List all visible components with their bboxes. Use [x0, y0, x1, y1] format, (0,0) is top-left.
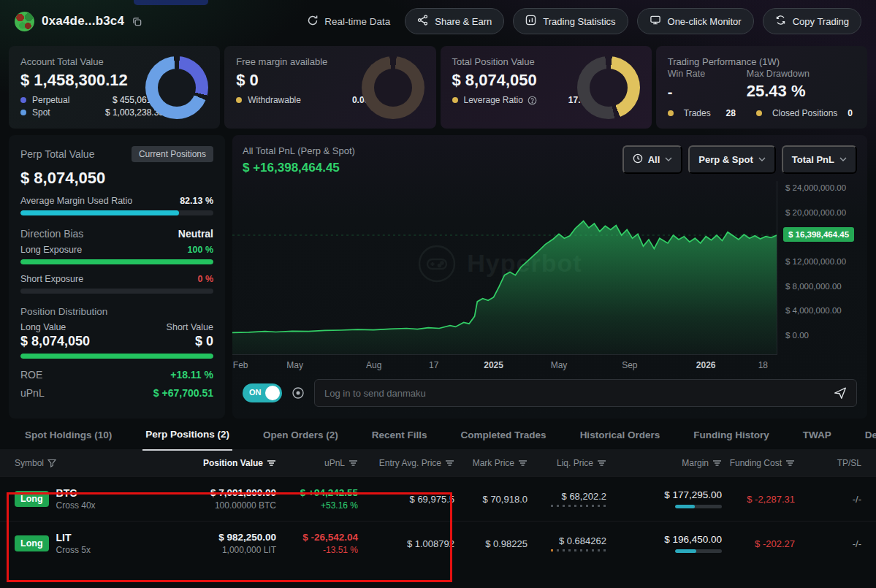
perp-total-value: $ 8,074,050 [20, 169, 213, 188]
liq-price-cell[interactable]: $ 0.684262 [527, 535, 606, 551]
y-axis-tick: $ 24,000,000.00 [785, 183, 846, 192]
trades-count: 28 [726, 108, 736, 118]
entry-price-cell: $ 69,975.5 [358, 494, 454, 505]
trading-dashboard: 0xa4de...b3c4 Real-time Data [0, 0, 876, 588]
wallet-avatar [15, 12, 34, 31]
margin-cell: $ 177,295.00 [606, 489, 722, 508]
tab-completed-trades[interactable]: Completed Trades [458, 429, 549, 450]
pnl-area-chart [232, 181, 777, 355]
one-click-monitor-button[interactable]: One-click Monitor [637, 8, 754, 34]
monitor-icon [650, 15, 661, 28]
send-icon[interactable] [833, 386, 848, 403]
top-bar-actions: Real-time Data Share & Earn [307, 8, 861, 34]
header-symbol[interactable]: Symbol [15, 458, 118, 468]
time-range-dropdown[interactable]: All [622, 145, 683, 174]
header-liq-price[interactable]: Liq. Price [527, 458, 606, 468]
long-exposure-bar [20, 259, 213, 264]
danmaku-input[interactable] [314, 379, 857, 407]
perp-summary-panel: Perp Total Value Current Positions $ 8,0… [9, 135, 225, 419]
header-upnl[interactable]: uPnL [276, 458, 358, 468]
closed-positions-dot [756, 110, 762, 116]
copy-trading-button[interactable]: Copy Trading [763, 8, 861, 34]
header-entry-price[interactable]: Entry Avg. Price [358, 458, 454, 468]
chart-y-axis: $ 24,000,000.00$ 20,000,000.00$ 12,000,0… [777, 181, 867, 355]
liq-price-cell[interactable]: $ 68,202.2 [527, 491, 606, 507]
short-value: $ 0 [195, 334, 213, 349]
realtime-label: Real-time Data [324, 16, 390, 27]
danmaku-settings-icon[interactable] [291, 386, 305, 400]
perpetual-label: Perpetual [32, 95, 69, 105]
symbol-cell: Long BTC Cross 40x [15, 487, 118, 511]
roe-value: +18.11 % [170, 369, 213, 381]
bottom-tabs: Spot Holdings (10) Perp Positions (2) Op… [0, 419, 876, 449]
spot-label: Spot [32, 107, 50, 118]
pnl-plot-area[interactable]: Hyperbot [232, 181, 777, 355]
tab-historical-orders[interactable]: Historical Orders [577, 429, 663, 450]
header-position-value[interactable]: Position Value [118, 458, 276, 468]
perpetual-dot [20, 97, 26, 103]
trades-label: Trades [684, 108, 711, 118]
side-badge: Long [15, 491, 49, 507]
tpsl-cell[interactable]: -/- [795, 494, 861, 505]
question-icon[interactable] [527, 96, 537, 105]
realtime-data[interactable]: Real-time Data [307, 15, 390, 28]
header-margin[interactable]: Margin [606, 458, 722, 468]
refresh-icon [307, 15, 319, 28]
legend-withdrawable: Withdrawable 0.00 % [236, 95, 379, 105]
trading-performance-card: Trading Performance (1W) Win Rate - Max … [656, 46, 867, 129]
chevron-down-icon [758, 157, 766, 162]
x-axis-tick: 2026 [696, 360, 716, 370]
metric-dropdown[interactable]: Total PnL [782, 145, 857, 174]
mark-price-cell: $ 0.98225 [454, 538, 527, 549]
x-axis-tick: 2025 [484, 360, 503, 370]
table-row-lit[interactable]: Long LIT Cross 5x $ 982,250.00 1,000,000… [0, 521, 876, 565]
symbol-name: BTC [56, 487, 96, 499]
tab-open-orders[interactable]: Open Orders (2) [260, 429, 341, 450]
danmaku-input-wrap [314, 379, 857, 407]
margin-usage-bar [675, 549, 722, 553]
copy-address-icon[interactable] [132, 16, 142, 27]
table-row-btc[interactable]: Long BTC Cross 40x $ 7,091,800.00 100.00… [0, 476, 876, 521]
tab-twap[interactable]: TWAP [800, 429, 834, 450]
tab-recent-fills[interactable]: Recent Fills [369, 429, 430, 450]
top-edge-artifact [134, 0, 208, 5]
spot-dot [20, 110, 26, 115]
share-earn-label: Share & Earn [435, 16, 492, 27]
header-mark-price[interactable]: Mark Price [454, 458, 527, 468]
free-margin-donut [362, 56, 424, 119]
tab-funding-history[interactable]: Funding History [690, 429, 772, 450]
y-axis-tick: $ 0.00 [785, 331, 809, 340]
position-distribution-label: Position Distribution [20, 306, 213, 317]
metric-value: Total PnL [792, 154, 834, 165]
long-value: $ 8,074,050 [20, 334, 90, 349]
position-value-cell: $ 7,091,800.00 100.00000 BTC [118, 487, 276, 511]
danmaku-toggle[interactable]: ON [243, 383, 282, 402]
tab-deposits-withdrawals[interactable]: Deposits & Withdra [862, 429, 876, 450]
header-funding-cost[interactable]: Funding Cost [722, 458, 795, 468]
tab-perp-positions[interactable]: Perp Positions (2) [142, 429, 232, 451]
current-positions-badge[interactable]: Current Positions [132, 146, 213, 162]
closed-positions-count: 0 [848, 108, 853, 118]
x-axis-tick: 18 [758, 360, 768, 370]
scope-dropdown[interactable]: Perp & Spot [688, 145, 775, 174]
stat-cards-row: Account Total Value $ 1,458,300.12 Perpe… [9, 46, 867, 129]
tpsl-cell[interactable]: -/- [795, 538, 861, 549]
distribution-bar [20, 354, 213, 359]
wallet-address: 0xa4de...b3c4 [42, 14, 124, 28]
share-earn-button[interactable]: Share & Earn [405, 8, 504, 34]
y-axis-tick: $ 20,000,000.00 [785, 208, 846, 217]
short-exposure-bar [20, 289, 213, 294]
x-axis-tick: 17 [429, 360, 438, 370]
y-axis-tick: $ 4,000,000.00 [785, 306, 842, 315]
funding-cost-cell: $ -2,287.31 [722, 494, 795, 505]
trading-statistics-label: Trading Statistics [543, 16, 615, 27]
short-exposure-value: 0 % [197, 274, 213, 284]
avg-margin-value: 82.13 % [180, 196, 213, 206]
max-drawdown-label: Max Drawdown [747, 69, 856, 79]
tab-spot-holdings[interactable]: Spot Holdings (10) [22, 429, 115, 450]
leverage-label: Leverage Ratio [464, 95, 523, 105]
trading-statistics-button[interactable]: Trading Statistics [513, 8, 628, 34]
sort-icon [267, 459, 276, 467]
long-exposure-value: 100 % [188, 245, 213, 255]
withdrawable-label: Withdrawable [248, 95, 301, 105]
